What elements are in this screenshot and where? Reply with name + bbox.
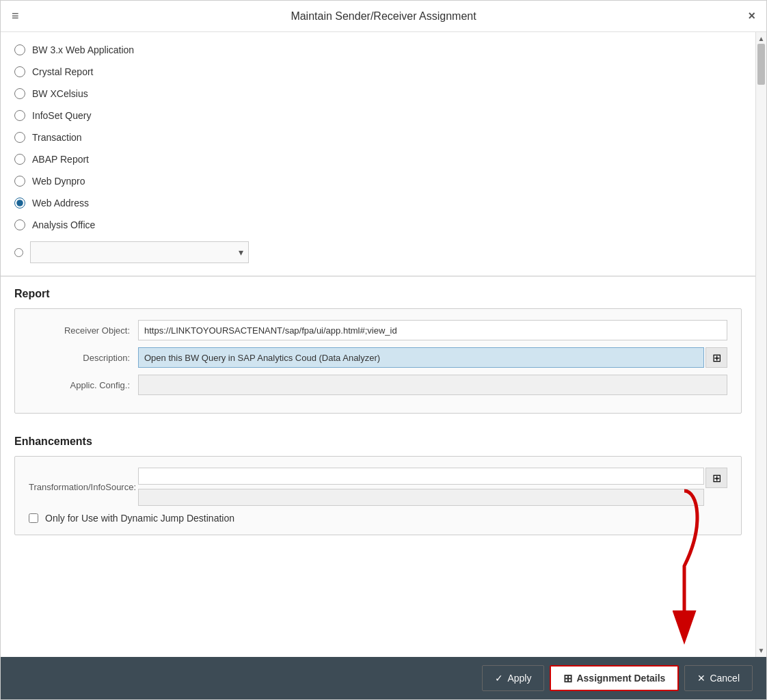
cancel-button[interactable]: ✕ Cancel — [684, 665, 753, 691]
description-browse-button[interactable]: ⊞ — [705, 347, 727, 368]
type-dropdown[interactable] — [30, 241, 249, 263]
scroll-track — [756, 44, 766, 645]
scroll-up-arrow[interactable]: ▲ — [757, 33, 766, 44]
transformation-row: Transformation/InfoSource: ⊞ — [29, 468, 727, 506]
enhancements-inner: Transformation/InfoSource: ⊞ — [14, 456, 742, 535]
dropdown-wrapper — [30, 241, 249, 263]
radio-infoset-label: InfoSet Query — [32, 110, 91, 121]
list-item: InfoSet Query — [14, 105, 742, 126]
scroll-content: BW 3.x Web Application Crystal Report BW… — [1, 32, 755, 657]
radio-list-section: BW 3.x Web Application Crystal Report BW… — [1, 32, 755, 277]
main-content: BW 3.x Web Application Crystal Report BW… — [1, 32, 766, 657]
radio-analysis[interactable] — [14, 219, 25, 230]
description-input[interactable] — [138, 347, 704, 368]
radio-abap-label: ABAP Report — [32, 154, 89, 165]
radio-webdynpro-label: Web Dynpro — [32, 176, 85, 187]
list-item: ABAP Report — [14, 148, 742, 170]
close-button[interactable]: × — [748, 9, 755, 23]
list-item: Web Dynpro — [14, 170, 742, 192]
applic-config-input[interactable] — [138, 375, 727, 395]
radio-bwxcelsius-label: BW XCelsius — [32, 88, 88, 99]
apply-button[interactable]: ✓ Apply — [482, 665, 544, 691]
transform-group — [138, 468, 704, 506]
scroll-thumb[interactable] — [757, 44, 765, 85]
browse-icon: ⊞ — [712, 351, 721, 364]
transformation-sub-input[interactable] — [138, 489, 704, 506]
list-item: Analysis Office — [14, 214, 742, 236]
radio-transaction-label: Transaction — [32, 132, 82, 143]
dropdown-row — [14, 236, 742, 269]
radio-webaddress[interactable] — [14, 198, 25, 208]
applic-config-label: Applic. Config.: — [29, 380, 138, 390]
list-item: Crystal Report — [14, 61, 742, 83]
description-label: Description: — [29, 353, 138, 363]
radio-infoset[interactable] — [14, 110, 25, 121]
radio-crystal[interactable] — [14, 66, 25, 77]
footer-bar: ✓ Apply ⊞ Assignment Details ✕ Cancel — [1, 657, 766, 699]
list-item: BW XCelsius — [14, 83, 742, 105]
receiver-object-label: Receiver Object: — [29, 325, 138, 336]
radio-webaddress-label: Web Address — [32, 198, 89, 208]
transformation-browse-button[interactable]: ⊞ — [705, 468, 727, 488]
dynamic-jump-label: Only for Use with Dynamic Jump Destinati… — [45, 513, 234, 524]
hamburger-icon[interactable]: ≡ — [12, 9, 19, 23]
scrollbar[interactable]: ▲ ▼ — [755, 32, 766, 657]
radio-bw3x-label: BW 3.x Web Application — [32, 44, 134, 55]
radio-dropdown[interactable] — [14, 248, 23, 257]
radio-bw3x[interactable] — [14, 44, 25, 55]
list-item: Transaction — [14, 126, 742, 148]
checkbox-row: Only for Use with Dynamic Jump Destinati… — [29, 513, 727, 524]
list-item: BW 3.x Web Application — [14, 39, 742, 61]
radio-abap[interactable] — [14, 154, 25, 165]
description-input-group: ⊞ — [138, 347, 727, 368]
browse-icon-2: ⊞ — [712, 472, 721, 485]
receiver-object-row: Receiver Object: — [29, 320, 727, 340]
report-section: Report Receiver Object: Description: ⊞ — [1, 277, 755, 425]
assignment-details-icon: ⊞ — [563, 672, 572, 685]
report-section-inner: Receiver Object: Description: ⊞ — [14, 308, 742, 414]
radio-bwxcelsius[interactable] — [14, 88, 25, 99]
title-bar: ≡ Maintain Sender/Receiver Assignment × — [1, 1, 766, 32]
list-item: Web Address — [14, 192, 742, 214]
transformation-label: Transformation/InfoSource: — [29, 482, 138, 492]
radio-analysis-label: Analysis Office — [32, 219, 95, 230]
cancel-label: Cancel — [710, 673, 740, 684]
enhancements-section-title: Enhancements — [14, 435, 742, 448]
transformation-input-group: ⊞ — [138, 468, 727, 506]
enhancements-section: Enhancements Transformation/InfoSource: … — [1, 425, 755, 546]
radio-crystal-label: Crystal Report — [32, 66, 93, 77]
apply-check-icon: ✓ — [495, 673, 503, 684]
main-dialog: ≡ Maintain Sender/Receiver Assignment × … — [0, 0, 767, 700]
dynamic-jump-checkbox[interactable] — [29, 513, 38, 523]
dialog-title: Maintain Sender/Receiver Assignment — [19, 10, 749, 23]
report-section-title: Report — [14, 288, 742, 300]
transformation-input[interactable] — [138, 468, 704, 485]
receiver-object-input[interactable] — [138, 320, 727, 340]
applic-config-row: Applic. Config.: — [29, 375, 727, 395]
assignment-details-button[interactable]: ⊞ Assignment Details — [550, 665, 679, 691]
description-row: Description: ⊞ — [29, 347, 727, 368]
radio-transaction[interactable] — [14, 132, 25, 143]
scroll-down-arrow[interactable]: ▼ — [757, 645, 766, 656]
cancel-x-icon: ✕ — [697, 673, 705, 684]
assignment-details-label: Assignment Details — [576, 673, 665, 684]
radio-webdynpro[interactable] — [14, 176, 25, 187]
apply-label: Apply — [507, 673, 531, 684]
